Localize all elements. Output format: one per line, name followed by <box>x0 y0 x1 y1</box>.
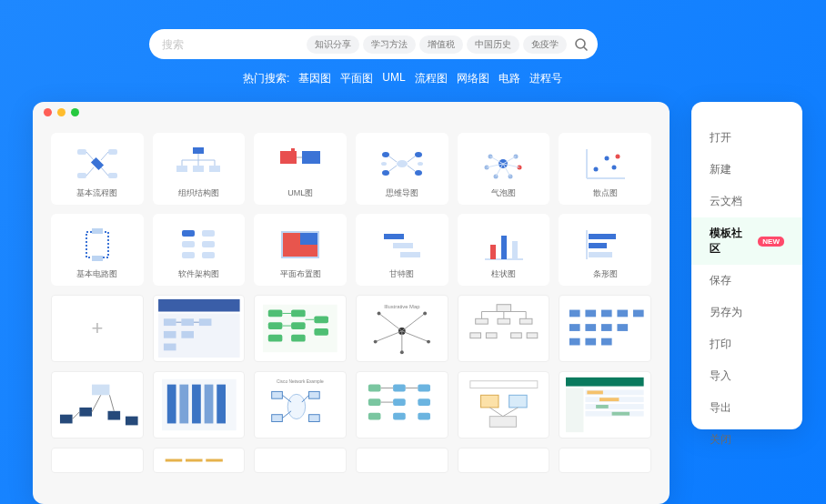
category-floorplan[interactable]: 平面布置图 <box>254 214 347 286</box>
hot-link[interactable]: 电路 <box>499 71 520 86</box>
minimize-dot[interactable] <box>57 108 65 116</box>
svg-rect-127 <box>586 324 597 331</box>
svg-line-9 <box>86 167 94 176</box>
template-card[interactable] <box>51 448 144 473</box>
template-card[interactable] <box>458 371 550 438</box>
menu-item[interactable]: 打印 <box>691 328 802 360</box>
category-label: 基本电路图 <box>51 268 144 280</box>
hot-link[interactable]: 流程图 <box>415 71 448 86</box>
category-circuit[interactable]: 基本电路图 <box>51 214 144 286</box>
category-barchart[interactable]: 柱状图 <box>458 214 550 286</box>
menu-item[interactable]: 导入 <box>691 360 802 392</box>
svg-rect-125 <box>633 310 644 318</box>
search-tag[interactable]: 中国历史 <box>467 35 519 54</box>
hot-link[interactable]: 基因图 <box>298 71 331 86</box>
template-card[interactable] <box>153 371 246 438</box>
svg-line-32 <box>408 166 415 171</box>
menu-item[interactable]: 关闭 <box>691 424 802 456</box>
hot-link[interactable]: 平面图 <box>340 71 373 86</box>
svg-rect-157 <box>368 398 381 406</box>
svg-rect-109 <box>497 305 511 312</box>
menu-item[interactable]: 打开 <box>691 122 802 154</box>
menu-item[interactable]: 导出 <box>691 392 802 424</box>
svg-rect-82 <box>164 344 176 351</box>
svg-point-107 <box>427 340 430 344</box>
search-tag[interactable]: 增值税 <box>419 35 463 54</box>
file-menu: 打开新建云文档模板社区NEW保存另存为打印导入导出关闭 <box>691 102 802 429</box>
svg-rect-93 <box>315 328 329 336</box>
hot-link[interactable]: UML <box>382 71 405 86</box>
menu-item[interactable]: 新建 <box>691 154 802 186</box>
template-card[interactable] <box>559 295 651 362</box>
template-card[interactable] <box>254 295 347 362</box>
svg-rect-86 <box>268 310 283 318</box>
mindmap-icon <box>356 142 448 186</box>
svg-rect-156 <box>368 385 381 392</box>
svg-rect-132 <box>601 338 612 346</box>
svg-rect-181 <box>599 398 619 401</box>
category-label: UML图 <box>254 187 347 199</box>
category-label: 软件架构图 <box>153 268 246 280</box>
template-card[interactable] <box>153 295 246 362</box>
svg-rect-53 <box>92 228 103 234</box>
template-card[interactable]: Illustrative Map <box>356 295 448 362</box>
menu-item-label: 打开 <box>710 130 731 146</box>
svg-rect-143 <box>179 385 188 424</box>
search-button[interactable] <box>570 34 592 55</box>
orgchart-icon <box>153 142 246 186</box>
svg-rect-151 <box>309 415 320 422</box>
category-scatter[interactable]: 散点图 <box>559 133 651 205</box>
svg-line-99 <box>379 313 402 330</box>
search-tag[interactable]: 免疫学 <box>523 35 567 54</box>
new-badge: NEW <box>758 237 784 247</box>
hbarchart-icon <box>559 223 651 267</box>
template-card[interactable] <box>356 371 448 438</box>
svg-rect-144 <box>192 385 201 424</box>
category-bubble[interactable]: 气泡图 <box>458 133 550 205</box>
svg-line-139 <box>92 395 101 411</box>
search-input[interactable] <box>162 38 303 51</box>
template-card[interactable] <box>458 448 550 473</box>
template-card[interactable] <box>559 371 651 438</box>
template-add[interactable]: + <box>51 295 144 362</box>
menu-item[interactable]: 云文档 <box>691 186 802 217</box>
svg-line-102 <box>402 331 428 342</box>
svg-rect-131 <box>586 338 597 346</box>
category-gantt[interactable]: 甘特图 <box>356 214 448 286</box>
search-icon <box>574 37 589 52</box>
template-card[interactable]: Cisco Network Example <box>254 371 347 438</box>
menu-item-label: 另存为 <box>710 305 742 320</box>
svg-rect-150 <box>272 415 283 422</box>
template-card[interactable] <box>356 448 448 473</box>
template-card[interactable] <box>51 371 144 438</box>
category-uml[interactable]: UML图 <box>254 133 347 205</box>
category-mindmap[interactable]: 思维导图 <box>356 133 448 205</box>
template-card[interactable] <box>458 295 550 362</box>
menu-item[interactable]: 另存为 <box>691 297 802 328</box>
search-tag[interactable]: 学习方法 <box>363 35 416 54</box>
template-card[interactable] <box>559 448 651 473</box>
hot-link[interactable]: 进程号 <box>529 71 562 86</box>
close-dot[interactable] <box>44 108 52 116</box>
svg-rect-149 <box>309 391 320 398</box>
svg-rect-6 <box>108 173 117 178</box>
menu-item[interactable]: 模板社区NEW <box>691 217 802 265</box>
category-hbarchart[interactable]: 条形图 <box>559 214 651 286</box>
template-card[interactable] <box>153 448 246 473</box>
svg-rect-87 <box>268 322 283 329</box>
hot-link[interactable]: 网络图 <box>457 71 489 86</box>
svg-rect-17 <box>176 166 187 172</box>
svg-rect-137 <box>92 385 109 396</box>
svg-rect-89 <box>291 310 306 318</box>
zoom-dot[interactable] <box>71 108 79 116</box>
category-orgchart[interactable]: 组织结构图 <box>153 133 246 205</box>
svg-rect-69 <box>501 236 507 259</box>
category-flowchart[interactable]: 基本流程图 <box>51 133 144 205</box>
svg-rect-123 <box>601 310 612 318</box>
search-tag[interactable]: 知识分享 <box>307 35 359 54</box>
search-bar: 知识分享 学习方法 增值税 中国历史 免疫学 <box>149 29 598 59</box>
menu-item-label: 新建 <box>710 162 731 177</box>
category-architecture[interactable]: 软件架构图 <box>153 214 246 286</box>
menu-item[interactable]: 保存 <box>691 265 802 297</box>
template-card[interactable] <box>254 448 347 473</box>
